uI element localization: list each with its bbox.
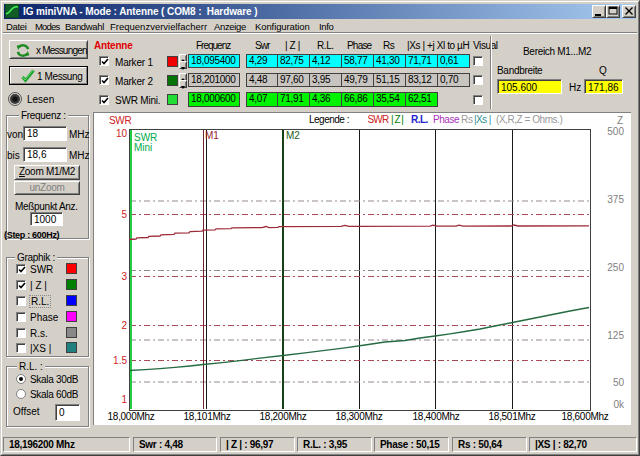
svg-text:0k: 0k	[613, 399, 625, 410]
svg-text:M1: M1	[205, 130, 219, 141]
svg-text:18,101Mhz: 18,101Mhz	[184, 411, 231, 422]
svg-text:1: 1	[121, 394, 127, 405]
svg-text:50: 50	[613, 377, 625, 388]
svg-text:| Z |: | Z |	[391, 114, 403, 125]
svg-text:375: 375	[607, 194, 624, 205]
svg-text:3: 3	[121, 271, 127, 282]
svg-text:1.5: 1.5	[113, 355, 127, 366]
svg-text:250: 250	[607, 262, 624, 273]
svg-text:Rs: Rs	[461, 114, 473, 125]
svg-text:18,000Mhz: 18,000Mhz	[108, 411, 155, 422]
svg-text:|Xs |: |Xs |	[474, 114, 491, 125]
svg-text:SWR: SWR	[109, 115, 132, 126]
svg-text:18,501Mhz: 18,501Mhz	[489, 411, 536, 422]
svg-text:Legende :: Legende :	[309, 114, 349, 125]
svg-text:125: 125	[607, 330, 624, 341]
svg-text:(X,R,Z = Ohms.): (X,R,Z = Ohms.)	[496, 114, 562, 125]
svg-text:R.L.: R.L.	[411, 114, 429, 125]
svg-text:18,400Mhz: 18,400Mhz	[413, 411, 460, 422]
svg-text:2: 2	[121, 320, 127, 331]
svg-text:Z: Z	[617, 115, 623, 126]
svg-text:18,300Mhz: 18,300Mhz	[336, 411, 383, 422]
svg-text:M2: M2	[286, 130, 300, 141]
svg-text:10: 10	[116, 128, 128, 139]
svg-text:SWR: SWR	[368, 114, 390, 125]
svg-text:Mini: Mini	[134, 142, 152, 153]
svg-text:5: 5	[121, 209, 127, 220]
svg-text:18,600Mhz: 18,600Mhz	[562, 411, 609, 422]
svg-text:500: 500	[607, 126, 624, 137]
svg-text:Phase: Phase	[433, 114, 460, 125]
svg-text:18,200Mhz: 18,200Mhz	[260, 411, 307, 422]
